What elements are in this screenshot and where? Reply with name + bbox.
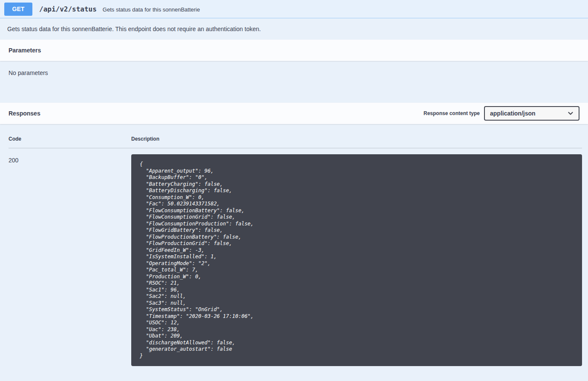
parameters-header: Parameters	[0, 40, 588, 61]
response-content-type-label: Response content type	[424, 110, 480, 116]
chevron-down-icon	[567, 110, 574, 117]
response-example-body: { "Apparent_output": 96, "BackupBuffer":…	[131, 154, 582, 366]
content-type-select[interactable]: application/json	[484, 106, 579, 121]
response-description-cell: { "Apparent_output": 96, "BackupBuffer":…	[131, 154, 582, 366]
description-column-header: Description	[131, 136, 582, 142]
get-method-badge[interactable]: GET	[4, 3, 32, 16]
response-status-code: 200	[9, 154, 131, 164]
responses-table: Code Description 200 { "Apparent_output"…	[0, 124, 588, 381]
operation-path[interactable]: /api/v2/status	[39, 5, 97, 13]
response-content-type-control: Response content type application/json	[424, 106, 579, 121]
content-type-selected-value: application/json	[490, 110, 536, 117]
responses-header: Responses Response content type applicat…	[0, 103, 588, 124]
parameters-title: Parameters	[9, 47, 41, 54]
response-row-200: 200 { "Apparent_output": 96, "BackupBuff…	[9, 148, 582, 366]
responses-title: Responses	[9, 110, 40, 117]
operation-summary-text: Gets status data for this sonnenBatterie	[103, 6, 200, 13]
operation-description: Gets status data for this sonnenBatterie…	[0, 18, 588, 40]
responses-table-header: Code Description	[9, 133, 582, 148]
api-operation-block: GET /api/v2/status Gets status data for …	[0, 0, 588, 381]
no-parameters-text: No parameters	[0, 61, 588, 103]
operation-summary-bar[interactable]: GET /api/v2/status Gets status data for …	[0, 0, 588, 18]
code-column-header: Code	[9, 136, 131, 142]
